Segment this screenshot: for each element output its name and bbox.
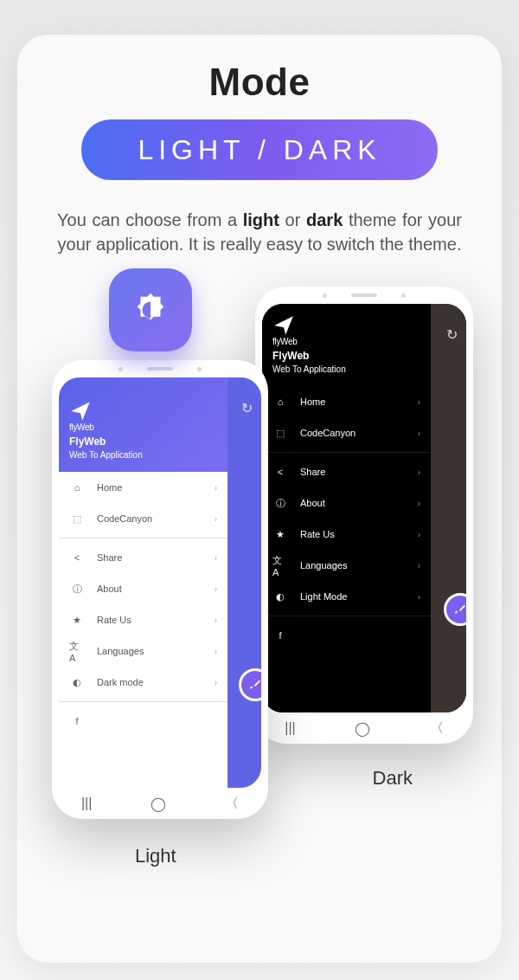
menu-item-darkmode[interactable]: ◐Dark mode› bbox=[59, 667, 227, 698]
info-icon: ⓘ bbox=[69, 583, 85, 596]
brand-logo-text: flyWeb bbox=[272, 337, 420, 346]
menu-item-share[interactable]: <Share› bbox=[59, 542, 227, 573]
menu-label: Home bbox=[97, 482, 215, 493]
desc-text: You can choose from a bbox=[57, 210, 243, 229]
chevron-right-icon: › bbox=[215, 483, 217, 493]
chevron-right-icon: › bbox=[418, 499, 420, 508]
brand-subtitle: Web To Application bbox=[272, 364, 420, 374]
menu-item-about[interactable]: ⓘAbout› bbox=[59, 573, 227, 604]
menu-item-lightmode[interactable]: ◐Light Mode› bbox=[262, 581, 431, 612]
menu-item-share[interactable]: <Share› bbox=[262, 456, 431, 487]
home-button[interactable]: ◯ bbox=[151, 796, 166, 812]
back-button[interactable]: 〈 bbox=[225, 795, 239, 813]
chevron-right-icon: › bbox=[215, 553, 217, 563]
brush-icon bbox=[248, 678, 261, 692]
chevron-right-icon: › bbox=[418, 467, 420, 477]
menu-label: CodeCanyon bbox=[97, 513, 215, 524]
chevron-right-icon: › bbox=[418, 397, 420, 407]
menu-label: Share bbox=[300, 467, 418, 477]
menu-label: Rate Us bbox=[97, 615, 215, 625]
menu-label: Languages bbox=[300, 560, 418, 571]
paper-plane-icon bbox=[272, 314, 295, 337]
share-icon: < bbox=[69, 552, 85, 563]
phone-bezel bbox=[255, 287, 473, 304]
theme-pill: LIGHT / DARK bbox=[81, 119, 438, 180]
phone-mock-dark: 21:50 ⬚ ✕ ⋮ �section 100%▮ ↻ flyWeb FlyW… bbox=[255, 287, 473, 744]
divider bbox=[59, 701, 227, 702]
brush-icon bbox=[453, 603, 466, 616]
reload-icon[interactable]: ↻ bbox=[446, 326, 458, 343]
android-navbar: ||| ◯ 〈 bbox=[255, 712, 473, 744]
nav-drawer: flyWeb FlyWeb Web To Application ⌂Home› … bbox=[262, 304, 431, 712]
brightness-icon: ◐ bbox=[272, 591, 288, 603]
translate-icon: 文A bbox=[69, 640, 85, 663]
box-icon: ⬚ bbox=[272, 428, 288, 439]
phone-bezel bbox=[52, 360, 268, 377]
menu-item-languages[interactable]: 文ALanguages› bbox=[262, 550, 431, 581]
menu-label: About bbox=[300, 498, 418, 508]
reload-icon[interactable]: ↻ bbox=[241, 400, 253, 416]
content-behind: ↻ bbox=[431, 304, 466, 712]
caption-light: Light bbox=[135, 845, 176, 867]
phones-area: 21:50 ⬚ ✕ ⋮ �section 100%▮ ↻ flyWeb FlyW… bbox=[42, 274, 477, 897]
brand-name: FlyWeb bbox=[69, 435, 217, 448]
phone-mock-light: 21:50 ⬚ ✕ ⋮ �section 100%▮ ↻ flyWeb FlyW… bbox=[52, 360, 268, 819]
menu-item-home[interactable]: ⌂Home› bbox=[59, 472, 227, 503]
home-button[interactable]: ◯ bbox=[355, 720, 370, 737]
menu-label: CodeCanyon bbox=[300, 428, 418, 438]
drawer-header: flyWeb FlyWeb Web To Application bbox=[59, 377, 227, 472]
divider bbox=[262, 616, 431, 616]
chevron-right-icon: › bbox=[215, 678, 217, 687]
menu-item-rate[interactable]: ★Rate Us› bbox=[59, 604, 227, 635]
menu-label: About bbox=[97, 583, 215, 594]
home-icon: ⌂ bbox=[272, 397, 288, 407]
chevron-right-icon: › bbox=[215, 514, 217, 524]
info-icon: ⓘ bbox=[272, 497, 288, 510]
divider bbox=[59, 538, 227, 538]
menu-item-cut[interactable]: f bbox=[262, 620, 431, 651]
theme-badge bbox=[109, 268, 192, 351]
drawer-header: flyWeb FlyWeb Web To Application bbox=[262, 304, 431, 386]
menu-item-home[interactable]: ⌂Home› bbox=[262, 386, 431, 417]
fab-edit[interactable] bbox=[444, 593, 466, 626]
phone-screen-dark: 21:50 ⬚ ✕ ⋮ �section 100%▮ ↻ flyWeb FlyW… bbox=[262, 304, 466, 712]
recents-button[interactable]: ||| bbox=[285, 720, 295, 736]
promo-card: Mode LIGHT / DARK You can choose from a … bbox=[17, 35, 502, 963]
divider bbox=[262, 452, 431, 453]
fab-edit[interactable] bbox=[239, 668, 261, 701]
menu-label: Share bbox=[97, 552, 215, 563]
nav-drawer: flyWeb FlyWeb Web To Application ⌂Home› … bbox=[59, 377, 227, 788]
menu-label: Dark mode bbox=[97, 677, 215, 687]
recents-button[interactable]: ||| bbox=[81, 796, 92, 811]
desc-light-word: light bbox=[243, 210, 279, 229]
drawer-menu: ⌂Home› ⬚CodeCanyon› <Share› ⓘAbout› ★Rat… bbox=[262, 386, 431, 712]
brand-name: FlyWeb bbox=[272, 350, 420, 362]
chevron-right-icon: › bbox=[418, 592, 420, 602]
desc-dark-word: dark bbox=[306, 210, 343, 229]
translate-icon: 文A bbox=[272, 554, 288, 577]
chevron-right-icon: › bbox=[215, 584, 217, 594]
brightness-icon bbox=[131, 290, 170, 330]
brand-logo-text: flyWeb bbox=[69, 422, 217, 432]
home-icon: ⌂ bbox=[69, 482, 85, 493]
menu-item-rate[interactable]: ★Rate Us› bbox=[262, 519, 431, 550]
brightness-icon: ◐ bbox=[69, 677, 85, 688]
menu-item-about[interactable]: ⓘAbout› bbox=[262, 487, 431, 519]
back-button[interactable]: 〈 bbox=[430, 719, 444, 738]
star-icon: ★ bbox=[272, 529, 288, 540]
star-icon: ★ bbox=[69, 615, 85, 626]
chevron-right-icon: › bbox=[418, 561, 420, 571]
menu-item-languages[interactable]: 文ALanguages› bbox=[59, 635, 227, 667]
share-icon: < bbox=[272, 467, 288, 477]
menu-item-codecanyon[interactable]: ⬚CodeCanyon› bbox=[59, 503, 227, 534]
menu-item-codecanyon[interactable]: ⬚CodeCanyon› bbox=[262, 417, 431, 448]
caption-dark: Dark bbox=[373, 767, 413, 790]
brand-subtitle: Web To Application bbox=[69, 450, 217, 460]
chevron-right-icon: › bbox=[418, 530, 420, 539]
page-title: Mode bbox=[42, 61, 477, 104]
paper-plane-icon bbox=[69, 400, 92, 422]
menu-item-cut[interactable]: f bbox=[59, 706, 227, 737]
desc-text: or bbox=[279, 210, 306, 229]
android-navbar: ||| ◯ 〈 bbox=[52, 788, 268, 819]
chevron-right-icon: › bbox=[215, 647, 217, 656]
